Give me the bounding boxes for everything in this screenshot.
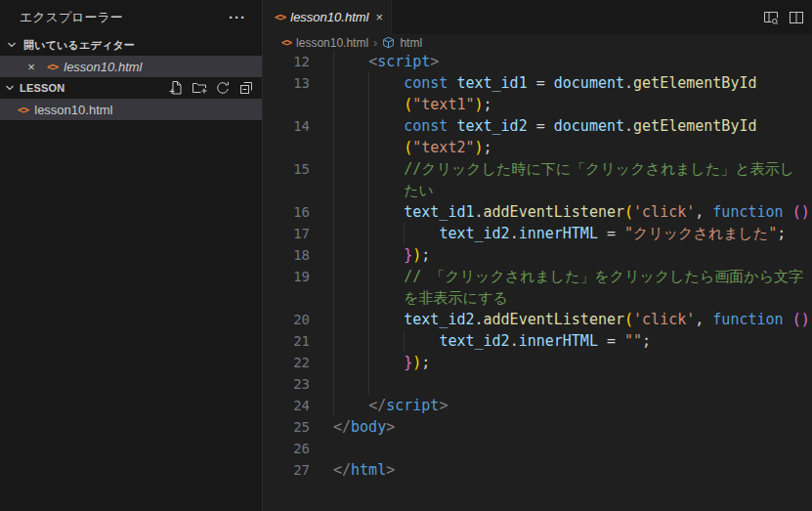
indent-guide — [368, 115, 369, 137]
line-number: 23 — [263, 373, 310, 395]
tab-close-icon[interactable]: × — [375, 10, 383, 24]
line-number: 13 — [263, 72, 310, 94]
breadcrumb-file[interactable]: lesson10.html — [296, 36, 368, 50]
indent-guide — [368, 180, 369, 201]
indent-guide — [333, 395, 334, 416]
code-token: > — [430, 53, 439, 70]
tab-lesson10[interactable]: <> lesson10.html × — [263, 0, 392, 34]
code-token: getElementById — [633, 117, 756, 135]
folder-section-header[interactable]: LESSON — [0, 77, 262, 99]
indent-guide — [333, 51, 334, 72]
line-number: 27 — [263, 459, 310, 481]
line-number: 18 — [263, 244, 310, 266]
code-token — [333, 332, 439, 350]
code-row: 21 text_id2.innerHTML = ""; — [263, 330, 812, 352]
indent-guide — [333, 373, 334, 395]
line-number — [263, 137, 310, 158]
code-row: 19 // 「クリックされました」をクリックしたら画面から文字 — [263, 266, 812, 287]
code-token: . — [475, 311, 484, 328]
code-text: を非表示にする — [333, 287, 812, 309]
code-token: "text2" — [412, 139, 474, 156]
code-token: text_id2 — [456, 117, 527, 135]
open-editors-header[interactable]: 開いているエディター — [0, 34, 262, 56]
code-token: ( — [404, 96, 412, 113]
breadcrumb-separator: › — [373, 38, 377, 48]
indent-guide — [368, 309, 369, 330]
indent-guide — [368, 373, 369, 395]
line-number: 17 — [263, 223, 310, 244]
code-text — [333, 373, 812, 395]
code-text: }); — [333, 244, 812, 266]
code-row: 23 — [263, 373, 812, 395]
open-editor-item[interactable]: × <> lesson10.html — [0, 56, 262, 77]
code-text: // 「クリックされました」をクリックしたら画面から文字 — [333, 266, 812, 287]
code-token — [616, 332, 624, 350]
line-number: 24 — [263, 395, 310, 416]
code-token: text_id2 — [439, 225, 509, 242]
indent-guide — [368, 330, 369, 352]
editor-group: <> lesson10.html × <> lesson10.html — [263, 0, 812, 511]
split-editor-icon[interactable] — [789, 10, 804, 25]
indent-guide — [404, 330, 405, 352]
line-number: 21 — [263, 330, 310, 352]
close-icon[interactable]: × — [23, 60, 39, 74]
code-token — [598, 225, 607, 242]
indent-guide — [333, 244, 334, 266]
code-token: () — [792, 311, 810, 328]
collapse-all-icon[interactable] — [238, 80, 254, 96]
symbol-element-icon — [382, 36, 395, 49]
refresh-icon[interactable] — [215, 80, 231, 96]
code-token: ; — [484, 139, 492, 156]
code-token: ( — [404, 139, 412, 156]
explorer-title-bar: エクスプローラー ··· — [0, 0, 262, 34]
code-token: document — [554, 74, 624, 92]
new-folder-icon[interactable] — [192, 80, 207, 96]
code-token: addEventListener — [484, 203, 625, 221]
code-token — [333, 397, 368, 414]
html-file-icon: <> — [47, 61, 58, 73]
code-token — [616, 225, 624, 242]
indent-guide — [333, 137, 334, 158]
indent-guide — [333, 94, 334, 115]
code-token: </ — [368, 397, 386, 414]
code-row: 24 </script> — [263, 395, 812, 416]
code-token: text_id2 — [439, 332, 509, 350]
code-token — [333, 225, 439, 242]
code-token: 'click' — [633, 203, 695, 221]
new-file-icon[interactable] — [168, 80, 184, 96]
code-token: ) — [475, 139, 484, 156]
indent-guide — [333, 180, 334, 201]
file-item-lesson10[interactable]: <> lesson10.html — [0, 99, 262, 120]
code-token: </ — [333, 461, 351, 479]
code-token: const — [404, 74, 448, 92]
code-token: , — [695, 203, 704, 221]
indent-guide — [368, 158, 369, 180]
breadcrumb-symbol[interactable]: html — [400, 36, 422, 50]
code-token: . — [510, 225, 519, 242]
code-token — [598, 332, 607, 350]
code-text: //クリックした時に下に「クリックされました」と表示し — [333, 158, 812, 180]
indent-guide — [368, 94, 369, 115]
code-token: text_id2 — [404, 311, 474, 328]
open-editor-label: lesson10.html — [64, 60, 142, 74]
code-token: ) — [412, 354, 421, 371]
indent-guide — [368, 137, 369, 158]
more-actions-icon[interactable]: ··· — [229, 13, 246, 22]
code-row: 13 const text_id1 = document.getElementB… — [263, 72, 812, 94]
tab-label: lesson10.html — [290, 10, 368, 24]
line-number — [263, 180, 310, 201]
code-token: . — [624, 74, 633, 92]
code-token: getElementById — [633, 74, 756, 92]
open-preview-side-icon[interactable] — [763, 10, 779, 25]
code-token: > — [439, 397, 448, 414]
code-lines[interactable]: 12 <script>13 const text_id1 = document.… — [263, 51, 812, 511]
code-token: function — [712, 203, 783, 221]
code-row: 26 — [263, 438, 812, 459]
code-token: = — [536, 117, 545, 135]
indent-guide — [333, 72, 334, 94]
line-number — [263, 287, 310, 309]
indent-guide — [333, 115, 334, 137]
code-token: . — [510, 332, 519, 350]
code-text: text_id2.innerHTML = "クリックされました"; — [333, 223, 812, 244]
open-editors-label: 開いているエディター — [23, 38, 135, 53]
